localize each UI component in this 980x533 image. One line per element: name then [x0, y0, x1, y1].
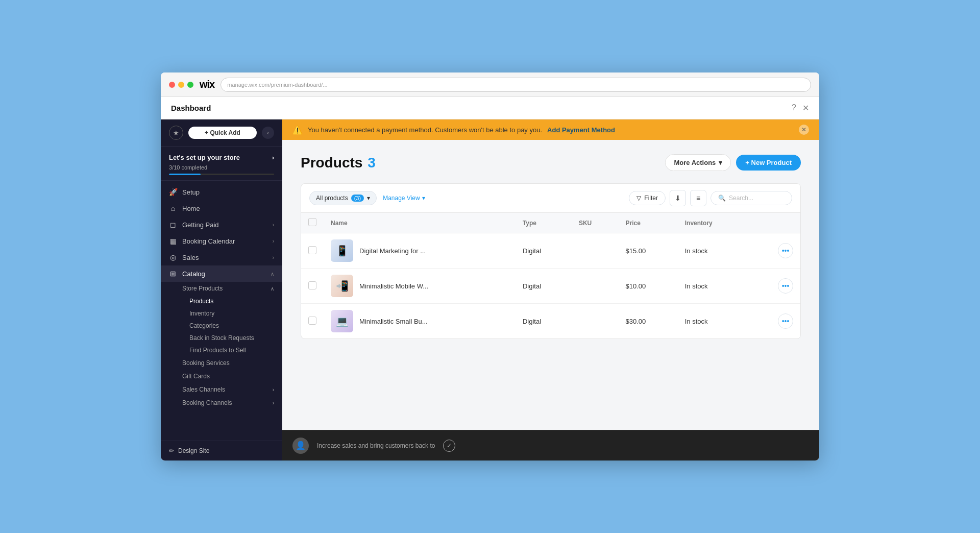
manage-view-button[interactable]: Manage View ▾ [383, 195, 425, 202]
row-checkbox-cell[interactable] [301, 304, 324, 339]
row-actions-cell: ••• [749, 304, 800, 339]
sidebar-item-sales[interactable]: ◎ Sales › [161, 249, 282, 265]
search-placeholder: Search... [729, 195, 753, 202]
sidebar-collapse-button[interactable]: ‹ [262, 127, 274, 139]
sidebar-item-label: Sales Channels [182, 386, 225, 393]
product-name: Digital Marketing for ... [359, 247, 426, 255]
sidebar-item-booking-channels[interactable]: Booking Channels › [161, 396, 282, 409]
new-product-button[interactable]: + New Product [736, 155, 801, 171]
row-menu-button[interactable]: ••• [778, 278, 793, 294]
sidebar-item-inventory[interactable]: Inventory [161, 307, 282, 320]
download-icon: ⬇ [675, 194, 681, 202]
bottom-preview-bar: 👤 Increase sales and bring customers bac… [282, 430, 819, 461]
url-bar[interactable]: manage.wix.com/premium-dashboard/... [220, 78, 811, 92]
sidebar: ★ + Quick Add ‹ Let's set up your store … [161, 119, 282, 461]
getting-paid-icon: ◻ [169, 221, 177, 229]
sidebar-item-categories[interactable]: Categories [161, 320, 282, 332]
row-checkbox[interactable] [308, 246, 316, 254]
products-content: Products 3 More Actions ▾ + New Product [282, 140, 819, 430]
quick-add-button[interactable]: + Quick Add [188, 127, 257, 139]
sku-header: SKU [572, 213, 619, 233]
chevron-down-icon: ▾ [367, 195, 370, 202]
more-actions-button[interactable]: More Actions ▾ [665, 154, 731, 171]
product-thumb-mobile: 📲 [331, 275, 353, 297]
sidebar-item-booking-calendar[interactable]: ▦ Booking Calendar › [161, 233, 282, 249]
products-count: 3 [368, 155, 376, 171]
close-icon[interactable]: ✕ [802, 103, 809, 113]
sidebar-item-booking-services[interactable]: Booking Services [161, 356, 282, 370]
sidebar-item-label: Catalog [182, 270, 265, 278]
product-thumbnail: 📱 [331, 239, 353, 262]
setup-progress-text: 3/10 completed [169, 164, 274, 171]
warning-icon: ⚠️ [292, 125, 303, 135]
columns-button[interactable]: ≡ [690, 190, 706, 206]
filter-icon: ▽ [636, 195, 641, 202]
setup-section: Let's set up your store › 3/10 completed [161, 147, 282, 181]
product-name-cell: 📱 Digital Marketing for ... [324, 233, 516, 269]
help-icon[interactable]: ? [792, 103, 796, 113]
chevron-right-icon: › [273, 255, 274, 260]
sidebar-item-label: Products [189, 298, 213, 305]
row-checkbox[interactable] [308, 281, 316, 289]
row-menu-button[interactable]: ••• [778, 243, 793, 258]
product-sku [572, 304, 619, 339]
product-name: Minimalistic Small Bu... [359, 318, 428, 325]
row-checkbox[interactable] [308, 317, 316, 325]
product-inventory: In stock [678, 233, 750, 269]
browser-traffic-lights [169, 82, 193, 88]
setup-icon: 🚀 [169, 188, 177, 196]
product-price: $10.00 [618, 269, 677, 304]
favorites-icon[interactable]: ★ [169, 126, 183, 140]
dashboard-header: Dashboard ? ✕ [161, 97, 819, 119]
maximize-dot[interactable] [187, 82, 193, 88]
page-title: Products 3 [301, 155, 376, 171]
row-menu-button[interactable]: ••• [778, 313, 793, 329]
sidebar-item-back-in-stock[interactable]: Back in Stock Requests [161, 332, 282, 344]
row-checkbox-cell[interactable] [301, 269, 324, 304]
sidebar-bottom: ✏ Design Site [161, 441, 282, 461]
sidebar-item-getting-paid[interactable]: ◻ Getting Paid › [161, 216, 282, 233]
product-name: Minimalistic Mobile W... [359, 282, 428, 290]
select-all-checkbox[interactable] [308, 218, 316, 226]
row-checkbox-cell[interactable] [301, 233, 324, 269]
product-thumb-marketing: 📱 [331, 239, 353, 262]
sidebar-item-label: Gift Cards [182, 373, 210, 380]
setup-chevron-icon: › [272, 154, 274, 161]
product-name-cell: 📲 Minimalistic Mobile W... [324, 269, 516, 304]
sidebar-item-setup[interactable]: 🚀 Setup [161, 184, 282, 200]
sidebar-item-gift-cards[interactable]: Gift Cards [161, 370, 282, 383]
sidebar-item-home[interactable]: ⌂ Home [161, 200, 282, 216]
sidebar-item-products[interactable]: Products [161, 295, 282, 307]
sidebar-item-label: Inventory [189, 310, 214, 317]
filter-button[interactable]: ▽ Filter [629, 191, 666, 205]
sidebar-item-catalog[interactable]: ⊞ Catalog ∧ [161, 265, 282, 282]
table-row[interactable]: 💻 Minimalistic Small Bu... Digital $30.0… [301, 304, 800, 339]
minimize-dot[interactable] [178, 82, 184, 88]
actions-header [749, 213, 800, 233]
add-payment-method-link[interactable]: Add Payment Method [547, 126, 615, 134]
chevron-down-icon: ▾ [422, 195, 425, 202]
sidebar-item-label: Back in Stock Requests [189, 334, 254, 342]
table-row[interactable]: 📱 Digital Marketing for ... Digital $15.… [301, 233, 800, 269]
filter-label: All products [316, 195, 348, 202]
design-site-button[interactable]: ✏ Design Site [169, 447, 274, 454]
browser-window: wix manage.wix.com/premium-dashboard/...… [161, 72, 819, 461]
table-row[interactable]: 📲 Minimalistic Mobile W... Digital $10.0… [301, 269, 800, 304]
close-dot[interactable] [169, 82, 175, 88]
sidebar-item-find-products[interactable]: Find Products to Sell [161, 344, 282, 356]
products-filter-dropdown[interactable]: All products (3) ▾ [309, 191, 377, 205]
wix-logo: wix [200, 79, 214, 90]
sidebar-item-sales-channels[interactable]: Sales Channels › [161, 383, 282, 396]
sidebar-item-store-products[interactable]: Store Products ∧ [161, 282, 282, 295]
search-box[interactable]: 🔍 Search... [710, 191, 792, 205]
dashboard-container: Dashboard ? ✕ ★ + Quick Add ‹ Let's set [161, 97, 819, 461]
sidebar-item-label: Getting Paid [182, 221, 267, 229]
brush-icon: ✏ [169, 447, 174, 454]
sales-icon: ◎ [169, 253, 177, 261]
sidebar-item-label: Sales [182, 254, 267, 261]
select-all-header[interactable] [301, 213, 324, 233]
download-button[interactable]: ⬇ [670, 190, 686, 206]
warning-close-button[interactable]: ✕ [799, 125, 809, 135]
setup-title[interactable]: Let's set up your store › [169, 154, 274, 161]
product-sku [572, 269, 619, 304]
